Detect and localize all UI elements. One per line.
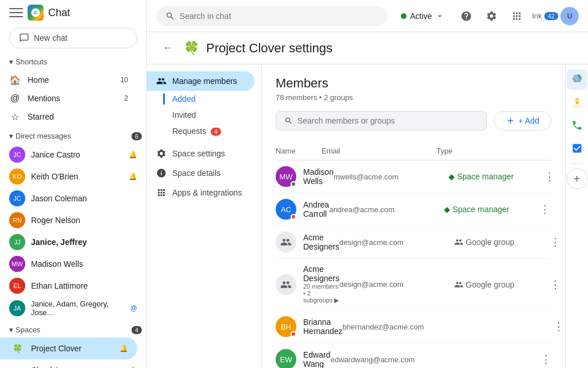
nav-item-space-details[interactable]: Space details [147, 163, 254, 183]
search-icon [165, 11, 175, 21]
nav-sub-invited[interactable]: Invited [147, 107, 254, 123]
member-type-acme-designers-2: Google group [454, 280, 546, 289]
right-icon-drive[interactable] [567, 69, 587, 90]
nav-label-space-details: Space details [172, 168, 220, 178]
spaces-section-header[interactable]: ▾ Spaces 4 [0, 322, 146, 338]
nav-label-manage-members: Manage members [172, 76, 237, 86]
nav-sub-label-requests: Requests [172, 126, 206, 136]
dm-item-ethan[interactable]: EL Ethan Lattimore [0, 275, 146, 297]
nav-label-space-settings: Space settings [172, 149, 225, 158]
search-bar[interactable] [156, 6, 387, 26]
table-row: BH Brianna Hernandez bhernandez@acme.com… [276, 310, 551, 343]
member-name-brianna: Brianna Hernandez [303, 317, 343, 336]
requests-badge: 4 [211, 128, 221, 136]
avatar-andrea-carroll: AC [276, 199, 296, 220]
user-avatar[interactable]: U [560, 7, 579, 25]
dm-section-header[interactable]: ▾ Direct messages 6 [0, 128, 146, 144]
top-bar: Active Ink 42 U [147, 0, 588, 32]
settings-button[interactable] [481, 6, 502, 26]
member-email-madison-wells: mwells@acme.com [334, 172, 448, 181]
dm-name-keith: Keith O'Brien [31, 172, 123, 181]
mentions-icon: @ [9, 93, 21, 104]
space-name-project-clover: Project Clover [31, 344, 114, 353]
nav-sub-added[interactable]: Added [147, 91, 254, 107]
status-dot [401, 13, 407, 19]
dm-item-janice-jeffrey[interactable]: JJ Janice, Jeffrey [0, 231, 146, 253]
member-info-brianna: BH Brianna Hernandez [276, 316, 343, 337]
sidebar-item-mentions[interactable]: @ Mentions 2 [0, 89, 137, 108]
member-type-andrea-carroll: ◆Space manager [444, 205, 536, 214]
user-info[interactable]: Ink 42 U [532, 7, 579, 25]
space-item-project-clover[interactable]: 🍀 Project Clover 🔔 [0, 338, 137, 359]
back-button[interactable]: ← [158, 39, 177, 57]
collapse-icon: ▾ [9, 57, 13, 66]
avatar-group: JA [9, 300, 25, 316]
search-members-icon [284, 116, 293, 125]
add-button-label: + Add [519, 116, 539, 125]
col-type: Type [436, 147, 528, 155]
member-name-group-acme-2: Acme Designers 20 members • 2 subgroups … [303, 264, 339, 304]
bell-icon-janice: 🔔 [129, 151, 137, 159]
add-member-button[interactable]: + Add [494, 111, 551, 131]
dm-item-madison[interactable]: MW Madison Wells [0, 253, 146, 275]
right-icon-keep[interactable] [567, 92, 587, 113]
spaces-collapse-icon: ▾ [9, 325, 13, 334]
dm-name-roger: Roger Nelson [31, 216, 137, 225]
member-info-acme-designers-1: Acme Designers [276, 232, 339, 252]
more-button-edward[interactable]: ⋮ [537, 350, 555, 368]
dm-item-janice-castro[interactable]: JC Janice Castro 🔔 [0, 144, 146, 166]
member-type-acme-designers-1: Google group [454, 237, 546, 247]
more-button-brianna[interactable]: ⋮ [550, 317, 566, 336]
status-label: Active [410, 12, 432, 21]
new-chat-button[interactable]: New chat [9, 28, 137, 48]
col-name: Name [276, 147, 322, 155]
home-label: Home [28, 75, 114, 85]
dm-item-roger[interactable]: RN Roger Nelson [0, 209, 146, 231]
space-icon-cloud: ☁️ [9, 362, 25, 368]
member-info-edward: EW Edward Wang [276, 349, 330, 368]
shortcuts-header[interactable]: ▾ Shortcuts [0, 54, 146, 70]
space-details-icon [156, 168, 167, 178]
search-input[interactable] [180, 12, 378, 21]
hamburger-menu[interactable] [9, 6, 23, 20]
diamond-icon-2: ◆ [444, 205, 450, 214]
nav-item-manage-members[interactable]: Manage members [147, 71, 254, 91]
member-email-andrea-carroll: andrea@acme.com [329, 205, 444, 214]
starred-icon: ☆ [9, 111, 21, 122]
left-sidebar: Chat New chat ▾ Shortcuts 🏠 Home 10 @ Me… [0, 0, 147, 368]
member-email-edward: edwardwang@acme.com [330, 355, 445, 364]
dm-item-keith[interactable]: KO Keith O'Brien 🔔 [0, 166, 146, 187]
home-icon: 🏠 [9, 74, 21, 86]
right-icon-tasks[interactable] [567, 138, 587, 159]
nav-item-apps[interactable]: Apps & integrations [147, 183, 254, 202]
member-email-acme-designers-1: design@acme.com [339, 238, 454, 247]
help-button[interactable] [456, 6, 477, 26]
nav-sub-requests[interactable]: Requests 4 [147, 123, 254, 139]
more-button-acme-designers-2[interactable]: ⋮ [546, 275, 564, 294]
more-button-acme-designers-1[interactable]: ⋮ [546, 233, 564, 251]
col-email: Email [322, 147, 436, 155]
dm-name-janice-castro: Janice Castro [31, 150, 123, 159]
more-button-andrea-carroll[interactable]: ⋮ [536, 200, 554, 218]
members-search-bar[interactable] [276, 111, 487, 131]
dm-label: Direct messages [16, 132, 71, 140]
search-members-input[interactable] [297, 116, 478, 125]
bell-icon-project-clover: 🔔 [119, 344, 128, 352]
right-divider [570, 163, 584, 164]
space-item-cloud[interactable]: ☁️ Cloud Announcements 🔔 [0, 359, 146, 368]
more-button-madison-wells[interactable]: ⋮ [540, 167, 559, 186]
sidebar-item-starred[interactable]: ☆ Starred [0, 108, 137, 126]
sidebar-item-home[interactable]: 🏠 Home 10 [0, 71, 137, 89]
app-logo [28, 5, 44, 21]
dm-item-jason[interactable]: JC Jason Coleman [0, 187, 146, 209]
dm-item-group[interactable]: JA Janice, Adam, Gregory, Jose... @ [0, 297, 146, 320]
nav-item-space-settings[interactable]: Space settings [147, 144, 254, 163]
apps-button[interactable] [506, 6, 527, 26]
right-add-button[interactable]: + [567, 168, 587, 189]
active-status-button[interactable]: Active [394, 8, 451, 24]
right-icon-phone[interactable] [567, 115, 587, 136]
spaces-label: Spaces [16, 325, 40, 334]
settings-nav: Manage members Added Invited Requests 4 … [147, 64, 262, 368]
group-icon-2 [454, 280, 463, 289]
table-row: AC Andrea Carroll andrea@acme.com ◆Space… [276, 193, 551, 226]
